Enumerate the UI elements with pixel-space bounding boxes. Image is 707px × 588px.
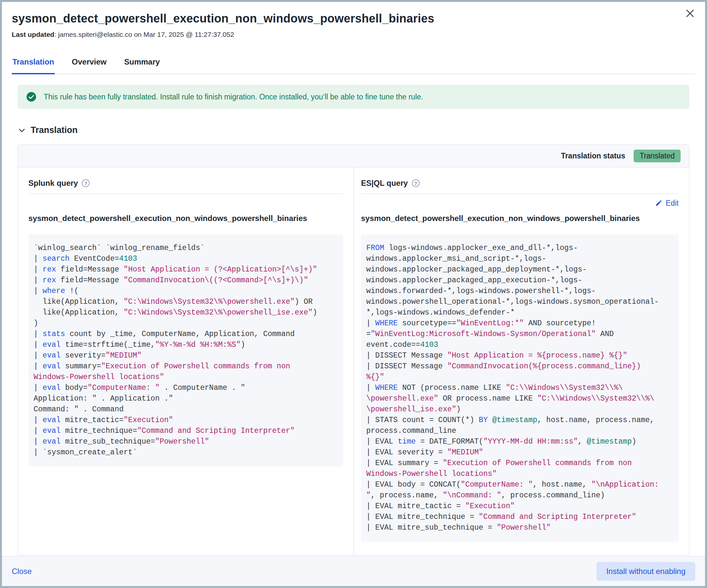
esql-toolbar-row: Edit xyxy=(361,194,679,212)
esql-query-title: ES|QL query xyxy=(361,179,408,188)
chevron-down-icon xyxy=(18,126,26,135)
help-icon[interactable]: ? xyxy=(412,179,420,187)
tab-translation[interactable]: Translation xyxy=(12,56,55,74)
pencil-icon xyxy=(655,200,662,207)
splunk-rule-name: sysmon_detect_powershell_execution_non_w… xyxy=(28,212,343,224)
help-icon[interactable]: ? xyxy=(82,179,90,187)
flyout-header: sysmon_detect_powershell_execution_non_w… xyxy=(2,2,705,74)
status-badge: Translated xyxy=(634,149,681,162)
esql-query-header: ES|QL query ? xyxy=(361,179,679,194)
splunk-query-header: Splunk query ? xyxy=(28,179,343,194)
flyout-body: This rule has been fully translated. Ins… xyxy=(2,85,705,555)
esql-query-code: FROM logs-windows.applocker_exe_and_dll-… xyxy=(361,234,679,542)
last-updated-value: : james.spiteri@elastic.co on Mar 17, 20… xyxy=(55,31,234,38)
translation-panel: Translation status Translated Splunk que… xyxy=(18,144,689,555)
success-callout: This rule has been fully translated. Ins… xyxy=(18,85,689,109)
query-columns: Splunk query ? sysmon_detect_powershell_… xyxy=(18,168,689,555)
splunk-toolbar-row xyxy=(28,194,343,212)
translation-accordion-toggle[interactable]: Translation xyxy=(18,125,689,135)
tab-summary[interactable]: Summary xyxy=(124,56,161,74)
esql-rule-name: sysmon_detect_powershell_execution_non_w… xyxy=(361,212,679,224)
esql-query-column: ES|QL query ? Edit sysmon_detect_pow xyxy=(354,168,689,555)
install-without-enabling-button[interactable]: Install without enabling xyxy=(597,562,695,581)
splunk-query-title: Splunk query xyxy=(28,179,78,188)
splunk-query-column: Splunk query ? sysmon_detect_powershell_… xyxy=(18,168,354,555)
translation-status-row: Translation status Translated xyxy=(18,145,689,168)
page-title: sysmon_detect_powershell_execution_non_w… xyxy=(12,12,695,26)
splunk-query-code: `winlog_search` `winlog_rename_fields` |… xyxy=(28,234,343,466)
close-button[interactable]: Close xyxy=(12,567,32,576)
rule-migration-flyout: sysmon_detect_powershell_execution_non_w… xyxy=(0,0,707,588)
check-circle-icon xyxy=(26,92,36,102)
section-title: Translation xyxy=(31,125,78,135)
flyout-footer: Close Install without enabling xyxy=(2,556,705,586)
last-updated-label: Last updated xyxy=(12,31,55,38)
translation-status-label: Translation status xyxy=(561,151,625,160)
tab-overview[interactable]: Overview xyxy=(71,56,107,74)
flyout-scroll-area[interactable]: sysmon_detect_powershell_execution_non_w… xyxy=(2,2,705,556)
close-icon[interactable] xyxy=(683,7,697,20)
last-updated: Last updated: james.spiteri@elastic.co o… xyxy=(12,31,695,38)
callout-message: This rule has been fully translated. Ins… xyxy=(44,93,423,101)
edit-button[interactable]: Edit xyxy=(655,199,679,208)
tab-bar: Translation Overview Summary xyxy=(12,56,695,74)
edit-label: Edit xyxy=(666,199,679,208)
